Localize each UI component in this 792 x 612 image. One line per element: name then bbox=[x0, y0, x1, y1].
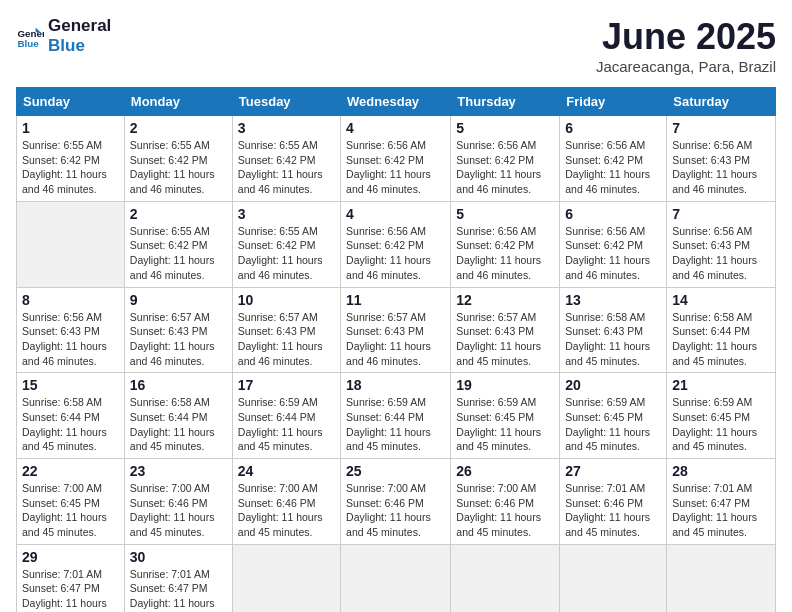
day-info: Sunrise: 6:56 AM Sunset: 6:42 PM Dayligh… bbox=[565, 224, 661, 283]
day-number: 8 bbox=[22, 292, 119, 308]
day-number: 14 bbox=[672, 292, 770, 308]
day-info: Sunrise: 6:59 AM Sunset: 6:45 PM Dayligh… bbox=[456, 395, 554, 454]
empty-cell bbox=[341, 544, 451, 612]
day-info: Sunrise: 6:59 AM Sunset: 6:45 PM Dayligh… bbox=[565, 395, 661, 454]
day-cell-19: 19 Sunrise: 6:59 AM Sunset: 6:45 PM Dayl… bbox=[451, 373, 560, 459]
day-number: 30 bbox=[130, 549, 227, 565]
calendar-row: 22 Sunrise: 7:00 AM Sunset: 6:45 PM Dayl… bbox=[17, 459, 776, 545]
day-cell-7: 7 Sunrise: 6:56 AM Sunset: 6:43 PM Dayli… bbox=[667, 116, 776, 202]
logo-general: General bbox=[48, 16, 111, 36]
day-number: 6 bbox=[565, 120, 661, 136]
day-cell-18: 18 Sunrise: 6:59 AM Sunset: 6:44 PM Dayl… bbox=[341, 373, 451, 459]
logo-blue: Blue bbox=[48, 36, 111, 56]
day-info: Sunrise: 6:57 AM Sunset: 6:43 PM Dayligh… bbox=[456, 310, 554, 369]
calendar-row: 29 Sunrise: 7:01 AM Sunset: 6:47 PM Dayl… bbox=[17, 544, 776, 612]
day-cell-12: 12 Sunrise: 6:57 AM Sunset: 6:43 PM Dayl… bbox=[451, 287, 560, 373]
calendar-row: 1 Sunrise: 6:55 AM Sunset: 6:42 PM Dayli… bbox=[17, 116, 776, 202]
col-monday: Monday bbox=[124, 88, 232, 116]
day-cell-5: 5 Sunrise: 6:56 AM Sunset: 6:42 PM Dayli… bbox=[451, 201, 560, 287]
day-info: Sunrise: 7:00 AM Sunset: 6:46 PM Dayligh… bbox=[346, 481, 445, 540]
day-cell-27: 27 Sunrise: 7:01 AM Sunset: 6:46 PM Dayl… bbox=[560, 459, 667, 545]
day-cell-24: 24 Sunrise: 7:00 AM Sunset: 6:46 PM Dayl… bbox=[232, 459, 340, 545]
day-number: 17 bbox=[238, 377, 335, 393]
day-cell-10: 10 Sunrise: 6:57 AM Sunset: 6:43 PM Dayl… bbox=[232, 287, 340, 373]
day-info: Sunrise: 6:55 AM Sunset: 6:42 PM Dayligh… bbox=[22, 138, 119, 197]
col-wednesday: Wednesday bbox=[341, 88, 451, 116]
location: Jacareacanga, Para, Brazil bbox=[596, 58, 776, 75]
day-number: 4 bbox=[346, 206, 445, 222]
day-cell-16: 16 Sunrise: 6:58 AM Sunset: 6:44 PM Dayl… bbox=[124, 373, 232, 459]
col-tuesday: Tuesday bbox=[232, 88, 340, 116]
col-sunday: Sunday bbox=[17, 88, 125, 116]
day-number: 27 bbox=[565, 463, 661, 479]
day-number: 29 bbox=[22, 549, 119, 565]
day-number: 26 bbox=[456, 463, 554, 479]
day-info: Sunrise: 6:58 AM Sunset: 6:44 PM Dayligh… bbox=[22, 395, 119, 454]
day-cell-6: 6 Sunrise: 6:56 AM Sunset: 6:42 PM Dayli… bbox=[560, 201, 667, 287]
day-number: 2 bbox=[130, 206, 227, 222]
day-info: Sunrise: 6:58 AM Sunset: 6:44 PM Dayligh… bbox=[130, 395, 227, 454]
day-cell-15: 15 Sunrise: 6:58 AM Sunset: 6:44 PM Dayl… bbox=[17, 373, 125, 459]
day-info: Sunrise: 6:56 AM Sunset: 6:42 PM Dayligh… bbox=[565, 138, 661, 197]
day-info: Sunrise: 6:57 AM Sunset: 6:43 PM Dayligh… bbox=[130, 310, 227, 369]
day-number: 13 bbox=[565, 292, 661, 308]
day-info: Sunrise: 7:00 AM Sunset: 6:46 PM Dayligh… bbox=[456, 481, 554, 540]
day-info: Sunrise: 6:55 AM Sunset: 6:42 PM Dayligh… bbox=[238, 224, 335, 283]
logo: General Blue General Blue bbox=[16, 16, 111, 55]
day-info: Sunrise: 6:56 AM Sunset: 6:42 PM Dayligh… bbox=[456, 138, 554, 197]
day-number: 12 bbox=[456, 292, 554, 308]
day-info: Sunrise: 6:56 AM Sunset: 6:42 PM Dayligh… bbox=[346, 224, 445, 283]
day-number: 5 bbox=[456, 120, 554, 136]
day-cell-30: 30 Sunrise: 7:01 AM Sunset: 6:47 PM Dayl… bbox=[124, 544, 232, 612]
day-cell-6: 6 Sunrise: 6:56 AM Sunset: 6:42 PM Dayli… bbox=[560, 116, 667, 202]
day-number: 22 bbox=[22, 463, 119, 479]
title-area: June 2025 Jacareacanga, Para, Brazil bbox=[596, 16, 776, 75]
day-cell-28: 28 Sunrise: 7:01 AM Sunset: 6:47 PM Dayl… bbox=[667, 459, 776, 545]
day-info: Sunrise: 6:59 AM Sunset: 6:45 PM Dayligh… bbox=[672, 395, 770, 454]
day-cell-21: 21 Sunrise: 6:59 AM Sunset: 6:45 PM Dayl… bbox=[667, 373, 776, 459]
day-info: Sunrise: 7:01 AM Sunset: 6:47 PM Dayligh… bbox=[22, 567, 119, 612]
day-cell-11: 11 Sunrise: 6:57 AM Sunset: 6:43 PM Dayl… bbox=[341, 287, 451, 373]
day-number: 20 bbox=[565, 377, 661, 393]
day-number: 23 bbox=[130, 463, 227, 479]
header-row: Sunday Monday Tuesday Wednesday Thursday… bbox=[17, 88, 776, 116]
day-info: Sunrise: 7:01 AM Sunset: 6:47 PM Dayligh… bbox=[672, 481, 770, 540]
day-cell-5: 5 Sunrise: 6:56 AM Sunset: 6:42 PM Dayli… bbox=[451, 116, 560, 202]
day-number: 21 bbox=[672, 377, 770, 393]
day-cell-2: 2 Sunrise: 6:55 AM Sunset: 6:42 PM Dayli… bbox=[124, 201, 232, 287]
day-number: 10 bbox=[238, 292, 335, 308]
header: General Blue General Blue June 2025 Jaca… bbox=[16, 16, 776, 75]
day-number: 28 bbox=[672, 463, 770, 479]
day-number: 16 bbox=[130, 377, 227, 393]
day-info: Sunrise: 6:56 AM Sunset: 6:43 PM Dayligh… bbox=[672, 224, 770, 283]
day-cell-14: 14 Sunrise: 6:58 AM Sunset: 6:44 PM Dayl… bbox=[667, 287, 776, 373]
day-number: 5 bbox=[456, 206, 554, 222]
day-info: Sunrise: 6:58 AM Sunset: 6:43 PM Dayligh… bbox=[565, 310, 661, 369]
day-number: 6 bbox=[565, 206, 661, 222]
day-cell-20: 20 Sunrise: 6:59 AM Sunset: 6:45 PM Dayl… bbox=[560, 373, 667, 459]
day-cell-2: 2 Sunrise: 6:55 AM Sunset: 6:42 PM Dayli… bbox=[124, 116, 232, 202]
day-info: Sunrise: 7:00 AM Sunset: 6:46 PM Dayligh… bbox=[238, 481, 335, 540]
empty-cell bbox=[17, 201, 125, 287]
day-number: 15 bbox=[22, 377, 119, 393]
logo-icon: General Blue bbox=[16, 22, 44, 50]
day-cell-17: 17 Sunrise: 6:59 AM Sunset: 6:44 PM Dayl… bbox=[232, 373, 340, 459]
day-number: 19 bbox=[456, 377, 554, 393]
day-info: Sunrise: 6:57 AM Sunset: 6:43 PM Dayligh… bbox=[346, 310, 445, 369]
empty-cell bbox=[667, 544, 776, 612]
day-info: Sunrise: 7:01 AM Sunset: 6:46 PM Dayligh… bbox=[565, 481, 661, 540]
empty-cell bbox=[451, 544, 560, 612]
day-info: Sunrise: 6:56 AM Sunset: 6:43 PM Dayligh… bbox=[22, 310, 119, 369]
day-number: 7 bbox=[672, 206, 770, 222]
day-info: Sunrise: 7:01 AM Sunset: 6:47 PM Dayligh… bbox=[130, 567, 227, 612]
day-info: Sunrise: 6:58 AM Sunset: 6:44 PM Dayligh… bbox=[672, 310, 770, 369]
day-number: 11 bbox=[346, 292, 445, 308]
day-info: Sunrise: 6:55 AM Sunset: 6:42 PM Dayligh… bbox=[130, 224, 227, 283]
day-cell-29: 29 Sunrise: 7:01 AM Sunset: 6:47 PM Dayl… bbox=[17, 544, 125, 612]
day-cell-8: 8 Sunrise: 6:56 AM Sunset: 6:43 PM Dayli… bbox=[17, 287, 125, 373]
svg-text:Blue: Blue bbox=[17, 37, 39, 48]
day-number: 9 bbox=[130, 292, 227, 308]
day-info: Sunrise: 6:56 AM Sunset: 6:43 PM Dayligh… bbox=[672, 138, 770, 197]
day-cell-23: 23 Sunrise: 7:00 AM Sunset: 6:46 PM Dayl… bbox=[124, 459, 232, 545]
day-info: Sunrise: 6:55 AM Sunset: 6:42 PM Dayligh… bbox=[130, 138, 227, 197]
